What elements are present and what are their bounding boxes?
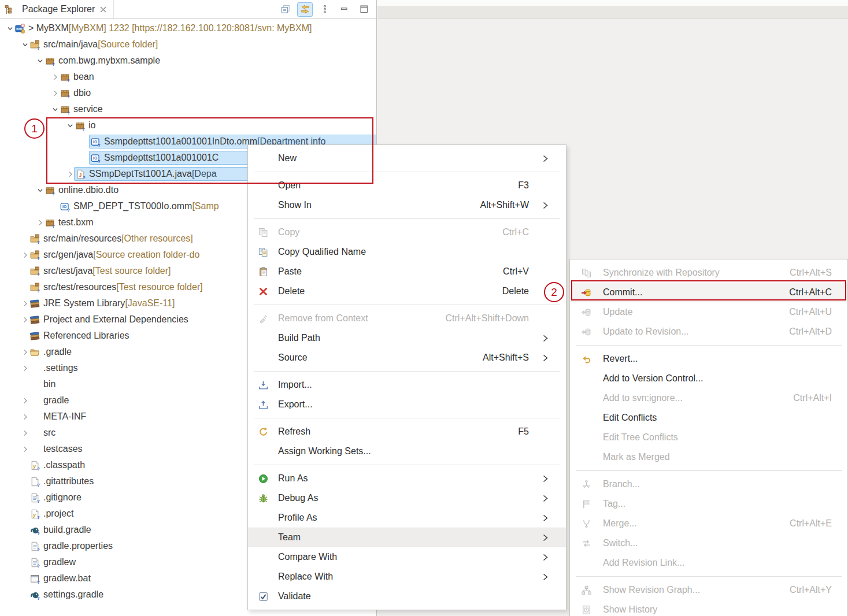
revert-icon [570,354,603,364]
team-item-edit-conflicts[interactable]: Edit Conflicts [570,408,847,428]
menu-item-export[interactable]: Export... [248,395,566,414]
textfile-icon: ? [30,558,40,567]
team-item-synchronize-with-repository[interactable]: Synchronize with RepositoryCtrl+Alt+S [570,263,847,283]
tree-item-label: .settings [43,363,78,373]
tree-item-label: META-INF [43,411,86,422]
history-icon [570,605,603,615]
expander-open-icon[interactable] [65,121,75,130]
tree-row-bean[interactable]: ?bean [0,69,376,85]
menu-item-assign-working-sets[interactable]: Assign Working Sets... [248,441,566,461]
folderq-icon [30,380,40,389]
svg-text:IO: IO [93,156,97,160]
tab-close-icon[interactable] [99,5,108,14]
tree-row-src-main-java[interactable]: ?src/main/java [Source folder] [0,36,376,53]
team-item-add-to-svn-ignore[interactable]: Add to svn:ignore...Ctrl+Alt+I [570,388,847,408]
menu-item-label: Open [278,180,301,191]
expander-closed-icon[interactable] [20,396,30,405]
expander-closed-icon[interactable] [20,299,30,308]
team-item-update-to-revision[interactable]: Update to Revision...Ctrl+Alt+D [570,322,847,342]
srcfolder-icon: ? [30,234,40,244]
team-item-tag[interactable]: Tag... [570,494,847,514]
team-item-add-to-version-control[interactable]: Add to Version Control... [570,369,847,388]
team-item-commit[interactable]: Commit...Ctrl+Alt+C [570,283,847,302]
tree-item-decoration: [MyBXM] 1232 [https://182.162.100.120:80… [69,23,312,34]
tree-item-label: SMP_DEPT_TST000Io.omm [73,201,192,211]
team-item-merge[interactable]: Merge...Ctrl+Alt+E [570,514,847,533]
svg-text:?: ? [82,126,85,130]
expander-closed-icon[interactable] [20,315,30,324]
expander-open-icon[interactable] [35,185,45,195]
team-item-show-revision-graph[interactable]: Show Revision Graph...Ctrl+Alt+Y [570,580,847,600]
expander-spacer [20,283,30,292]
package-icon: ? [45,185,55,195]
menu-item-compare-with[interactable]: Compare With [248,547,566,567]
editor-top-strip [377,0,848,6]
tab-package-explorer[interactable]: Package Explorer [0,0,114,18]
tree-item-label: .gitattributes [43,476,94,487]
menu-separator [254,218,560,219]
tree-item-decoration: [Depa [192,169,217,179]
menu-item-shortcut: Ctrl+Alt+S [790,268,832,278]
svg-text:?: ? [67,207,70,211]
expander-closed-icon[interactable] [50,72,60,81]
branch-icon [570,480,603,489]
expander-open-icon[interactable] [20,40,30,49]
menu-item-copy[interactable]: CopyCtrl+C [248,222,566,242]
menu-item-label: Refresh [278,426,310,437]
expander-closed-icon[interactable] [50,88,60,98]
expander-closed-icon[interactable] [20,428,30,437]
expander-open-icon[interactable] [50,105,60,114]
menu-item-new[interactable]: New [248,149,566,168]
menu-item-build-path[interactable]: Build Path [248,328,566,348]
expander-closed-icon[interactable] [20,363,30,373]
menu-item-refresh[interactable]: RefreshF5 [248,422,566,441]
menu-item-source[interactable]: SourceAlt+Shift+S [248,348,566,368]
tree-item-decoration: [JavaSE-11] [125,298,175,309]
menu-item-show-in[interactable]: Show InAlt+Shift+W [248,195,566,215]
menu-item-validate[interactable]: Validate [248,587,566,606]
menu-item-remove-from-context[interactable]: Remove from ContextCtrl+Alt+Shift+Down [248,309,566,328]
menu-item-run-as[interactable]: Run As [248,469,566,488]
expander-closed-icon[interactable] [20,347,30,357]
team-item-show-history[interactable]: Show History [570,600,847,616]
annotation-step-2: 2 [544,282,564,302]
maximize-icon[interactable] [356,2,372,17]
team-item-update[interactable]: UpdateCtrl+Alt+U [570,302,847,322]
team-item-add-revision-link[interactable]: Add Revision Link... [570,553,847,573]
tree-item-label: Ssmpdepttst1001a001001C [104,153,219,163]
menu-item-profile-as[interactable]: Profile As [248,508,566,528]
team-item-mark-as-merged[interactable]: Mark as Merged [570,447,847,467]
tree-item-label: build.gradle [43,525,91,535]
menu-item-paste[interactable]: PasteCtrl+V [248,262,566,281]
team-item-edit-tree-conflicts[interactable]: Edit Tree Conflicts [570,428,847,447]
submenu-arrow-icon [529,475,561,483]
menu-item-import[interactable]: Import... [248,375,566,395]
expander-closed-icon[interactable] [20,444,30,454]
team-item-branch[interactable]: Branch... [570,474,847,494]
tree-row-com-bwg-mybxm-sample[interactable]: ?com.bwg.mybxm.sample [0,53,376,69]
menu-item-debug-as[interactable]: Debug As [248,488,566,508]
menu-item-delete[interactable]: DeleteDelete [248,281,566,301]
expander-open-icon[interactable] [5,24,15,33]
menu-item-replace-with[interactable]: Replace With [248,567,566,587]
team-item-switch[interactable]: Switch... [570,533,847,553]
menu-item-open[interactable]: OpenF3 [248,176,566,195]
team-item-revert[interactable]: Revert... [570,349,847,369]
expander-closed-icon[interactable] [20,412,30,421]
menu-item-team[interactable]: Team [248,528,566,547]
omm-icon: IO? [91,153,101,163]
link-with-editor-icon[interactable] [297,2,313,17]
menu-item-copy-qualified-name[interactable]: Copy Qualified Name [248,242,566,262]
expander-closed-icon[interactable] [20,250,30,259]
tree-row-service[interactable]: ?service [0,101,376,117]
collapse-all-icon[interactable] [277,2,293,17]
svg-text:?: ? [37,563,40,567]
tree-row-io[interactable]: ?io [0,117,376,133]
minimize-icon[interactable] [336,2,352,17]
svg-text:?: ? [37,45,40,49]
expander-closed-icon[interactable] [35,218,45,227]
view-menu-icon[interactable] [317,2,332,17]
expander-open-icon[interactable] [35,56,45,65]
tree-row-dbio[interactable]: ?dbio [0,85,376,101]
tree-row-mybxm[interactable]: BXM> MyBXM [MyBXM] 1232 [https://182.162… [0,20,376,36]
